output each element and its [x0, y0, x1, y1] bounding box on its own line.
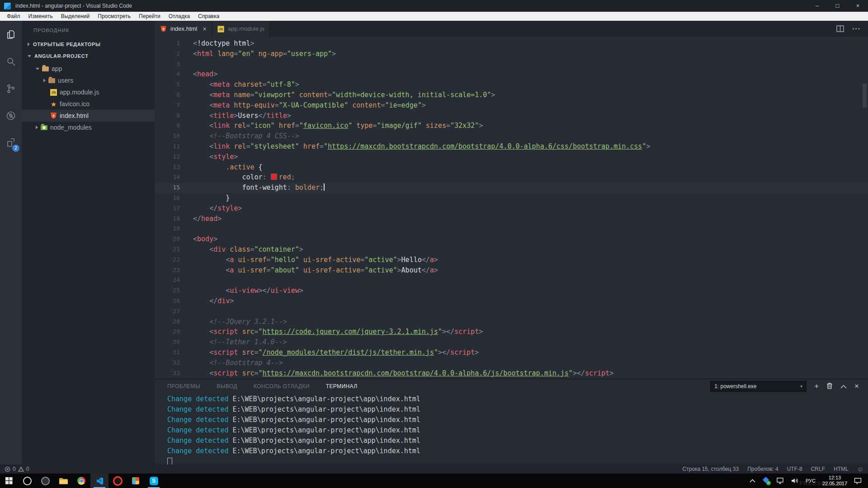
activity-search-button[interactable] — [0, 48, 22, 75]
taskbar-file-explorer[interactable] — [54, 474, 72, 488]
panel-tab-ПРОБЛЕМЫ[interactable]: ПРОБЛЕМЫ — [167, 383, 200, 389]
code-line[interactable]: 4<head> — [155, 69, 868, 80]
code-token: href — [303, 142, 320, 150]
activity-source-control-button[interactable] — [0, 75, 22, 102]
code-line[interactable]: 13 .active { — [155, 162, 868, 173]
code-line[interactable]: 11 <link rel="stylesheet" href="https://… — [155, 141, 868, 152]
activity-debug-button[interactable] — [0, 102, 22, 129]
volume-tray-icon[interactable] — [791, 478, 799, 484]
menu-item[interactable]: Файл — [3, 12, 24, 21]
code-line[interactable]: 8 <title>Users</title> — [155, 111, 868, 121]
code-line[interactable]: 15 font-weight: bolder; — [155, 183, 868, 193]
taskbar-app-circle[interactable] — [36, 474, 54, 488]
taskbar-opera[interactable] — [108, 474, 127, 488]
code-line[interactable]: 18</head> — [155, 214, 868, 224]
tab-index.html[interactable]: 5index.html× — [155, 21, 212, 37]
maximize-button[interactable]: □ — [827, 0, 848, 12]
code-token — [230, 122, 234, 130]
indentation[interactable]: Пробелов: 4 — [747, 466, 778, 472]
code-line[interactable]: 20<body> — [155, 234, 868, 244]
maximize-panel-button[interactable] — [840, 382, 847, 390]
code-line[interactable]: 9 <link rel="icon" href="favicon.ico" ty… — [155, 121, 868, 131]
close-panel-button[interactable]: × — [854, 382, 859, 390]
line-ending[interactable]: CRLF — [811, 466, 825, 472]
code-line[interactable]: 10 <!--Bootstrap 4 CSS--> — [155, 131, 868, 141]
code-line[interactable]: 12 <style> — [155, 152, 868, 162]
activity-explorer-button[interactable] — [0, 21, 22, 48]
start-button[interactable] — [0, 474, 18, 488]
folder-npm-icon — [40, 124, 48, 131]
tree-item-app.module.js[interactable]: JSapp.module.js — [22, 86, 155, 98]
new-terminal-button[interactable]: + — [814, 382, 819, 390]
tree-item-index.html[interactable]: 5index.html — [22, 110, 155, 122]
code-token: rel — [234, 142, 246, 150]
code-line[interactable]: 24 — [155, 275, 868, 286]
code-line[interactable]: 21 <div class="container"> — [155, 244, 868, 255]
menu-item[interactable]: Просмотреть — [94, 12, 135, 21]
code-line[interactable]: 32 <!--Bootstrap 4--> — [155, 358, 868, 368]
panel-tab-КОНСОЛЬ ОТЛАДКИ[interactable]: КОНСОЛЬ ОТЛАДКИ — [254, 383, 310, 389]
code-line[interactable]: 25 <ui-view></ui-view> — [155, 286, 868, 296]
language-mode[interactable]: HTML — [834, 466, 849, 472]
code-line[interactable]: 6 <meta name="viewport" content="width=d… — [155, 90, 868, 100]
terminal-output[interactable]: Change detectedE:\WEB\projects\angular-p… — [167, 394, 868, 465]
cursor-position[interactable]: Строка 15, столбец 33 — [682, 466, 739, 472]
dropbox-tray-icon[interactable]: ✓ — [762, 477, 770, 484]
feedback-smiley-icon[interactable]: ☺ — [857, 465, 863, 473]
section-project-root[interactable]: ANGULAR-PROJECT — [22, 50, 155, 62]
code-line[interactable]: 19 — [155, 224, 868, 234]
kill-terminal-button[interactable] — [826, 382, 833, 390]
close-tab-icon[interactable]: × — [203, 25, 207, 33]
action-center-icon[interactable] — [854, 478, 862, 484]
code-line[interactable]: 26 </div> — [155, 296, 868, 306]
code-line[interactable]: 28 <!--JQuery 3.2.1--> — [155, 317, 868, 327]
tree-item-favicon.ico[interactable]: ★favicon.ico — [22, 98, 155, 110]
section-open-editors[interactable]: ОТКРЫТЫЕ РЕДАКТОРЫ — [22, 38, 155, 50]
menu-item[interactable]: Изменить — [24, 12, 57, 21]
code-line[interactable]: 14 color: red; — [155, 172, 868, 183]
taskbar-skype[interactable]: S — [145, 474, 163, 488]
more-actions-icon[interactable]: ··· — [852, 25, 861, 33]
taskbar-vscode[interactable] — [90, 474, 108, 488]
line-number: 6 — [155, 90, 180, 100]
problems-summary[interactable]: 0 0 — [5, 466, 29, 472]
code-line[interactable]: 27 — [155, 306, 868, 317]
code-line[interactable]: 29 <script src="https://code.jquery.com/… — [155, 327, 868, 337]
tab-app.module.js[interactable]: JSapp.module.js — [212, 21, 270, 37]
code-line[interactable]: 33 <script src="https://maxcdn.bootstrap… — [155, 368, 868, 379]
taskbar-chrome[interactable] — [72, 474, 90, 488]
tree-item-users[interactable]: users — [22, 75, 155, 86]
network-tray-icon[interactable] — [777, 478, 784, 484]
code-editor[interactable]: 1<!doctype html>2<html lang="en" ng-app=… — [155, 37, 868, 379]
menu-item[interactable]: Справка — [194, 12, 223, 21]
code-line[interactable]: 30 <!--Tether 1.4.0--> — [155, 337, 868, 347]
panel-tab-ВЫВОД[interactable]: ВЫВОД — [217, 383, 237, 389]
encoding[interactable]: UTF-8 — [787, 466, 802, 472]
code-line[interactable]: 7 <meta http-equiv="X-UA-Compatible" con… — [155, 100, 868, 111]
code-line[interactable]: 17 </style> — [155, 203, 868, 214]
code-line[interactable]: 31 <script src="/node_modules/tether/dis… — [155, 347, 868, 358]
close-button[interactable]: × — [848, 0, 868, 12]
code-line[interactable]: 1<!doctype html> — [155, 38, 868, 49]
code-token — [193, 359, 209, 367]
tray-chevron-up-icon[interactable] — [750, 479, 755, 483]
panel-tab-ТЕРМИНАЛ[interactable]: ТЕРМИНАЛ — [326, 383, 358, 389]
code-line[interactable]: 5 <meta charset="utf-8"> — [155, 80, 868, 90]
tree-item-node_modules[interactable]: node_modules — [22, 122, 155, 133]
code-line[interactable]: 23 <a ui-sref="about" ui-sref-active="ac… — [155, 265, 868, 276]
terminal-selector[interactable]: 1: powershell.exe ▾ — [710, 381, 807, 392]
tree-item-app[interactable]: app — [22, 63, 155, 75]
menu-item[interactable]: Перейти — [135, 12, 165, 21]
taskbar-search-button[interactable] — [18, 474, 36, 488]
code-line[interactable]: 2<html lang="en" ng-app="users-app"> — [155, 49, 868, 59]
code-line[interactable]: 22 <a ui-sref="hello" ui-sref-active="ac… — [155, 255, 868, 265]
menu-item[interactable]: Отладка — [165, 12, 194, 21]
code-line[interactable]: 16 } — [155, 193, 868, 203]
code-line[interactable]: 3 — [155, 59, 868, 70]
minimize-button[interactable]: – — [807, 0, 827, 12]
split-editor-icon[interactable] — [836, 25, 844, 32]
activity-extensions-button[interactable]: 2 — [0, 129, 22, 156]
menu-item[interactable]: Выделений — [57, 12, 94, 21]
editor-scrollbar[interactable] — [863, 84, 867, 108]
taskbar-colorful-app[interactable] — [127, 474, 145, 488]
